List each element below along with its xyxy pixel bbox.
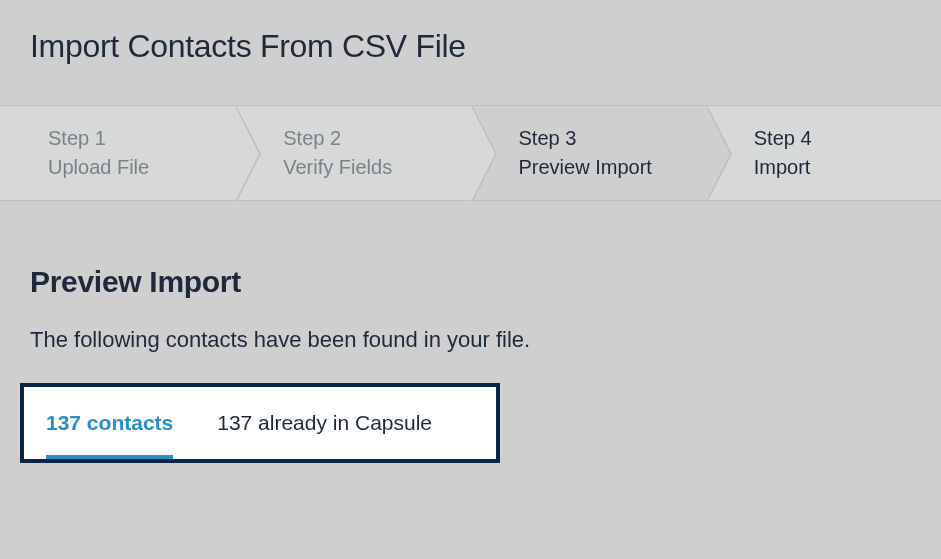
step-number: Step 4 [754, 124, 941, 153]
step-number: Step 3 [519, 124, 706, 153]
step-number: Step 2 [283, 124, 470, 153]
step-upload-file[interactable]: Step 1 Upload File [0, 106, 235, 200]
import-stepper: Step 1 Upload File Step 2 Verify Fields … [0, 105, 941, 201]
step-label: Preview Import [519, 153, 706, 182]
step-label: Import [754, 153, 941, 182]
step-verify-fields[interactable]: Step 2 Verify Fields [235, 106, 470, 200]
tab-new-contacts[interactable]: 137 contacts [24, 387, 195, 459]
page-title: Import Contacts From CSV File [0, 0, 941, 105]
step-import[interactable]: Step 4 Import [706, 106, 941, 200]
step-preview-import[interactable]: Step 3 Preview Import [471, 106, 706, 200]
tab-already-in-capsule[interactable]: 137 already in Capsule [195, 387, 454, 459]
preview-import-section: Preview Import The following contacts ha… [0, 201, 941, 463]
step-number: Step 1 [48, 124, 235, 153]
section-heading: Preview Import [30, 265, 911, 299]
preview-tabs: 137 contacts 137 already in Capsule [20, 383, 500, 463]
step-label: Upload File [48, 153, 235, 182]
step-label: Verify Fields [283, 153, 470, 182]
section-subheading: The following contacts have been found i… [30, 327, 911, 353]
